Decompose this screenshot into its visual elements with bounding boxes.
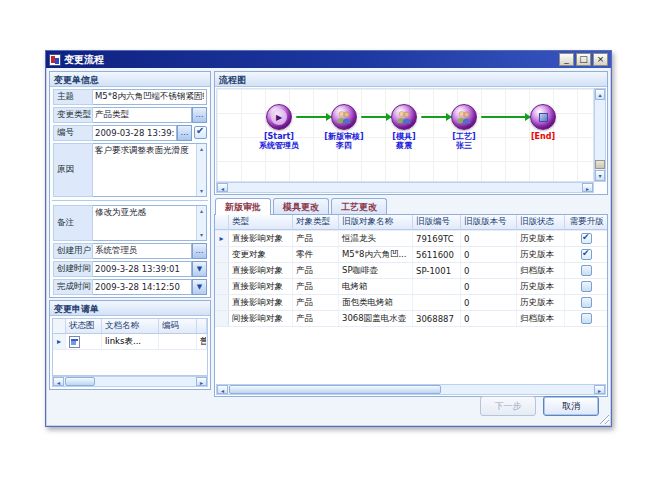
finish-time-input[interactable] [93, 279, 192, 295]
request-table: 状态图 文档名称 编码 ▸ links表... 普通 [52, 318, 208, 376]
old-name-cell: M5*8内六角凹... [339, 247, 413, 262]
table-row[interactable]: 直接影响对象 产品 SP咖啡壶 SP-1001 0 归档版本 SP咖 [215, 263, 607, 279]
table-row[interactable]: 间接影响对象 产品 3068圆盖电水壶 3068887 0 归档版本 [215, 311, 607, 327]
create-user-ellipsis-button[interactable]: … [192, 243, 207, 259]
maximize-button[interactable]: □ [576, 53, 591, 66]
reason-scrollbar[interactable]: ▴▾ [196, 144, 206, 196]
need-upgrade-cell [565, 295, 607, 310]
change-type-input[interactable] [93, 107, 192, 123]
tab-new-version-approval[interactable]: 新版审批 [215, 198, 271, 215]
request-table-empty [53, 350, 207, 375]
col-header-old-name[interactable]: 旧版对象名称 [339, 215, 413, 230]
category-cell: 普通 [197, 334, 207, 349]
reason-text: 客户要求调整表面光滑度 [95, 145, 189, 155]
scroll-left-icon[interactable]: ◂ [217, 183, 228, 192]
scroll-right-icon[interactable]: ▸ [582, 183, 593, 192]
need-upgrade-checkbox[interactable] [581, 281, 592, 292]
need-upgrade-checkbox[interactable] [581, 297, 592, 308]
col-header-old-status[interactable]: 旧版状态 [517, 215, 565, 230]
scroll-thumb[interactable] [65, 377, 95, 386]
remark-text: 修改为亚光感 [95, 207, 146, 217]
col-header-status[interactable]: 状态图 [66, 319, 102, 333]
minimize-button[interactable]: _ [559, 53, 574, 66]
scroll-up-icon[interactable]: ▴ [595, 89, 605, 100]
tab-mold-change[interactable]: 模具更改 [273, 198, 329, 215]
scroll-thumb[interactable] [595, 160, 605, 169]
app-icon [49, 54, 61, 66]
subject-input[interactable] [93, 89, 207, 105]
number-input[interactable] [93, 125, 177, 141]
old-status-cell: 归档版本 [517, 263, 565, 278]
table-row[interactable]: ▸ 直接影响对象 产品 恒温龙头 79169TC 0 历史版本 [215, 231, 607, 247]
col-header-extra[interactable] [197, 319, 207, 333]
remark-scrollbar[interactable]: ▴▾ [196, 206, 206, 240]
tabstrip: 新版审批 模具更改 工艺更改 [214, 195, 608, 215]
document-icon [69, 336, 80, 348]
row-indicator [215, 295, 229, 310]
scroll-down-icon[interactable]: ▾ [200, 230, 203, 240]
col-header-object-type[interactable]: 对象类型 [293, 215, 339, 230]
col-header-need-upgrade[interactable]: 需要升版 [565, 215, 607, 230]
window-controls: _ □ × [559, 53, 608, 66]
code-cell [159, 334, 197, 349]
flow-node-end[interactable]: [End] [508, 104, 578, 141]
titlebar[interactable]: 变更流程 _ □ × [46, 51, 611, 68]
object-type-cell: 产品 [293, 231, 339, 246]
scroll-right-icon[interactable]: ▸ [196, 377, 207, 386]
need-upgrade-cell [565, 279, 607, 294]
need-upgrade-checkbox[interactable] [581, 313, 592, 324]
table-row[interactable]: 变更对象 零件 M5*8内六角凹... 5611600 0 历史版本 M5*8 [215, 247, 607, 263]
scroll-up-icon[interactable]: ▴ [200, 144, 203, 154]
finish-time-dropdown-icon[interactable]: ▼ [192, 279, 207, 295]
need-upgrade-checkbox[interactable] [581, 249, 592, 260]
finish-time-label: 完成时间 [53, 279, 93, 295]
flow-node-craft[interactable]: [工艺] 张三 [429, 104, 499, 150]
approval-table-hscrollbar[interactable]: ◂ ▸ [216, 384, 606, 395]
scroll-left-icon[interactable]: ◂ [53, 377, 64, 386]
scroll-thumb[interactable] [229, 385, 441, 394]
approver-icon [391, 104, 417, 130]
scroll-down-icon[interactable]: ▾ [595, 170, 605, 181]
need-upgrade-checkbox[interactable] [581, 265, 592, 276]
number-checkbox[interactable] [194, 126, 207, 139]
number-ellipsis-button[interactable]: … [177, 125, 192, 141]
scroll-up-icon[interactable]: ▴ [200, 206, 203, 216]
create-user-input[interactable] [93, 243, 192, 259]
col-header-docname[interactable]: 文档名称 [102, 319, 159, 333]
flow-hscrollbar[interactable]: ◂ ▸ [216, 182, 594, 193]
flow-column: 流程图 ▶ [Start] 系统管理员 [214, 71, 608, 397]
tab-craft-change[interactable]: 工艺更改 [331, 198, 387, 215]
col-header-old-version[interactable]: 旧版版本号 [461, 215, 517, 230]
approval-table-panel: 类型 对象类型 旧版对象名称 旧版编号 旧版版本号 旧版状态 需要升版 新版 ▸… [214, 214, 608, 397]
remark-textarea[interactable]: 修改为亚光感 ▴▾ [93, 205, 207, 241]
request-table-row[interactable]: ▸ links表... 普通 [53, 334, 207, 350]
create-time-dropdown-icon[interactable]: ▼ [192, 261, 207, 277]
request-table-hscrollbar[interactable]: ◂ ▸ [52, 376, 208, 387]
table-row[interactable]: 直接影响对象 产品 电烤箱 0 历史版本 [215, 279, 607, 295]
next-button[interactable]: 下一步 [480, 396, 536, 416]
scroll-left-icon[interactable]: ◂ [217, 385, 228, 394]
node-person: 系统管理员 [244, 141, 314, 150]
old-status-cell: 归档版本 [517, 311, 565, 326]
need-upgrade-checkbox[interactable] [581, 233, 592, 244]
scroll-down-icon[interactable]: ▾ [200, 186, 203, 196]
need-upgrade-cell [565, 231, 607, 246]
reason-textarea[interactable]: 客户要求调整表面光滑度 ▴▾ [93, 143, 207, 197]
scroll-right-icon[interactable]: ▸ [594, 385, 605, 394]
col-header-type[interactable]: 类型 [229, 215, 293, 230]
flow-node-start[interactable]: ▶ [Start] 系统管理员 [244, 104, 314, 150]
flow-chart-canvas[interactable]: ▶ [Start] 系统管理员 [216, 88, 594, 182]
resize-grip-icon[interactable] [598, 413, 609, 424]
col-header-old-code[interactable]: 旧版编号 [413, 215, 461, 230]
close-button[interactable]: × [593, 53, 608, 66]
row-indicator [215, 263, 229, 278]
change-type-ellipsis-button[interactable]: … [192, 107, 207, 123]
end-node-icon [530, 104, 556, 130]
table-row[interactable]: 直接影响对象 产品 面包类电烤箱 0 历史版本 [215, 295, 607, 311]
col-header-code[interactable]: 编码 [159, 319, 197, 333]
old-code-cell: 5611600 [413, 247, 461, 262]
create-time-input[interactable] [93, 261, 192, 277]
flow-vscrollbar[interactable]: ▴ ▾ [594, 88, 606, 182]
cancel-button[interactable]: 取消 [543, 396, 599, 416]
old-version-cell: 0 [461, 295, 517, 310]
